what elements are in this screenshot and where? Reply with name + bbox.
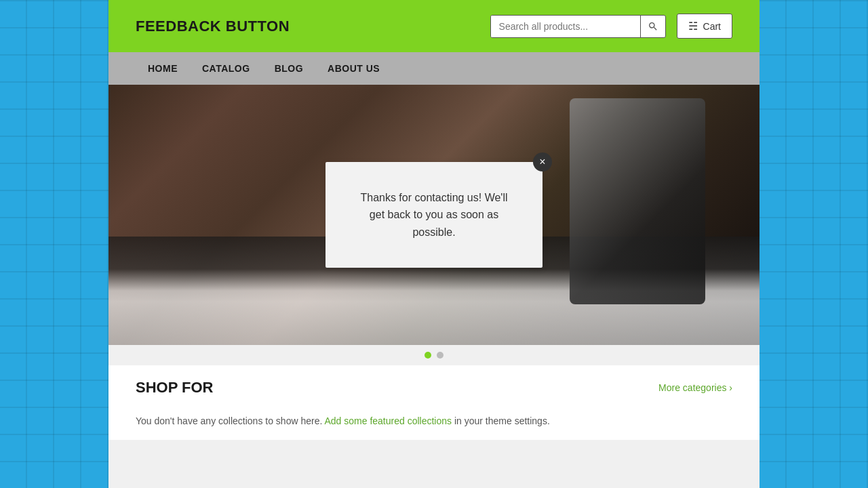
collections-prefix: You don't have any collections to show h…: [136, 415, 322, 426]
cart-icon: ☵: [688, 20, 698, 33]
search-form: [490, 15, 666, 38]
more-categories-link[interactable]: More categories ›: [658, 382, 732, 393]
nav-item-blog[interactable]: BLOG: [262, 52, 315, 85]
nav-item-catalog[interactable]: CATALOG: [190, 52, 262, 85]
slider-dot-1[interactable]: [425, 352, 431, 359]
main-nav: HOME CATALOG BLOG ABOUT US: [108, 52, 760, 85]
slider-dot-2[interactable]: [437, 352, 443, 359]
main-wrapper: FEEDBACK BUTTON ☵ Cart HOME CA: [108, 0, 760, 488]
header-right: ☵ Cart: [490, 14, 732, 39]
site-title: FEEDBACK BUTTON: [136, 18, 290, 35]
close-icon: ×: [539, 157, 545, 167]
nav-link-blog[interactable]: BLOG: [262, 52, 315, 85]
search-icon: [648, 21, 658, 32]
contact-popup: × Thanks for contacting us! We'll get ba…: [326, 162, 542, 268]
collections-text: You don't have any collections to show h…: [108, 410, 760, 440]
nav-item-home[interactable]: HOME: [136, 52, 190, 85]
cart-button[interactable]: ☵ Cart: [677, 14, 732, 39]
search-button[interactable]: [640, 16, 665, 37]
collections-link[interactable]: Add some featured collections: [324, 415, 452, 426]
hero-slider: × Thanks for contacting us! We'll get ba…: [108, 85, 760, 345]
search-input[interactable]: [491, 16, 640, 37]
popup-close-button[interactable]: ×: [533, 152, 552, 171]
shop-title: SHOP FOR: [136, 379, 214, 396]
popup-message: Thanks for contacting us! We'll get back…: [359, 189, 509, 241]
nav-link-about[interactable]: ABOUT US: [315, 52, 392, 85]
site-header: FEEDBACK BUTTON ☵ Cart: [108, 0, 760, 52]
nav-link-catalog[interactable]: CATALOG: [190, 52, 262, 85]
nav-link-home[interactable]: HOME: [136, 52, 190, 85]
cart-label: Cart: [703, 21, 721, 32]
shop-section: SHOP FOR More categories ›: [108, 365, 760, 410]
popup-overlay: × Thanks for contacting us! We'll get ba…: [108, 85, 760, 345]
collections-suffix: in your theme settings.: [454, 415, 550, 426]
nav-item-about[interactable]: ABOUT US: [315, 52, 392, 85]
slider-dots: [108, 345, 760, 365]
